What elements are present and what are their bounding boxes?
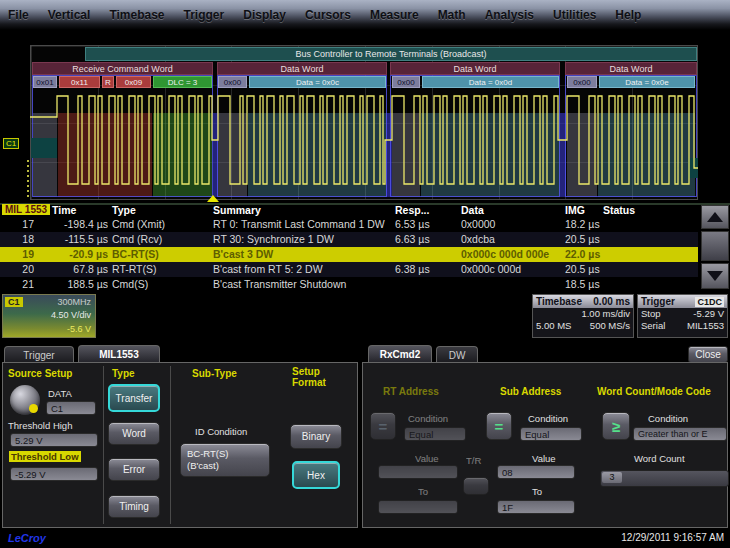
threshold-high-field[interactable]: 5.29 V (10, 433, 98, 447)
down-arrow-icon (707, 271, 723, 281)
col-header-img: IMG (565, 204, 585, 216)
word-bar-command: Receive Command Word (32, 62, 213, 75)
table-row-selected[interactable]: 19 -20.9 µs BC-RT(S) B'cast 3 DW 0x000c … (0, 247, 698, 262)
setup-format-title: Setup Format (292, 366, 340, 388)
scrollbar-thumb[interactable] (701, 231, 729, 261)
wc-condition-field[interactable]: Greater than or E (633, 427, 727, 441)
type-timing-button[interactable]: Timing (108, 495, 160, 518)
format-hex-button[interactable]: Hex (292, 461, 340, 489)
sub-value-label: Value (532, 453, 556, 464)
menu-item-measure[interactable]: Measure (370, 8, 419, 22)
source-knob-icon[interactable] (10, 385, 40, 415)
slider-thumb[interactable]: 3 (602, 472, 622, 483)
col-header-resp: Resp... (395, 204, 429, 216)
threshold-low-field[interactable]: -5.29 V (10, 467, 98, 481)
format-binary-button[interactable]: Binary (290, 424, 342, 449)
sub-address-title: Sub Address (500, 386, 561, 397)
row-img: 20.5 µs (565, 263, 610, 275)
word-count-title: Word Count/Mode Code (597, 386, 711, 397)
sub-condition-label: Condition (528, 413, 568, 424)
rt-value-field[interactable] (378, 465, 458, 479)
menu-item-trigger[interactable]: Trigger (184, 8, 225, 22)
menu-item-analysis[interactable]: Analysis (485, 8, 534, 22)
type-word-button[interactable]: Word (108, 422, 160, 445)
rt-to-field[interactable] (378, 500, 458, 514)
wc-condition-label: Condition (648, 413, 688, 424)
tab-dw[interactable]: DW (436, 346, 478, 363)
menu-item-cursors[interactable]: Cursors (305, 8, 351, 22)
protocol-badge: MIL 1553 (2, 204, 50, 215)
row-time: -198.4 µs (36, 218, 108, 230)
row-summary: B'cast Transmitter Shutdown (213, 278, 393, 290)
channel-marker-c1: C1 (3, 138, 19, 149)
menu-item-timebase[interactable]: Timebase (109, 8, 164, 22)
menu-item-file[interactable]: File (8, 8, 29, 22)
menu-item-utilities[interactable]: Utilities (553, 8, 596, 22)
menu-item-math[interactable]: Math (438, 8, 466, 22)
tab-trigger[interactable]: Trigger (4, 346, 74, 363)
col-header-type: Type (112, 204, 136, 216)
word-bar-data2: Data Word (390, 62, 560, 75)
timebase-title: Timebase (536, 296, 582, 307)
tab-label: DW (449, 350, 466, 361)
menu-item-display[interactable]: Display (243, 8, 286, 22)
datetime-display: 12/29/2011 9:16:57 AM (621, 532, 724, 543)
table-row[interactable]: 17 -198.4 µs Cmd (Xmit) RT 0: Transmit L… (0, 217, 698, 232)
panel-divider (103, 366, 104, 524)
rt-equal-operator-button[interactable]: = (370, 412, 396, 440)
scroll-down-button[interactable] (701, 263, 729, 289)
menu-bar: File Vertical Timebase Trigger Display C… (0, 0, 730, 30)
row-time: -20.9 µs (36, 248, 108, 260)
menu-item-help[interactable]: Help (615, 8, 641, 22)
row-resp: 6.53 µs (395, 218, 457, 230)
sub-value-field[interactable]: 08 (497, 465, 575, 479)
button-label: Hex (307, 470, 325, 481)
tab-label: MIL1553 (99, 349, 138, 360)
tr-button[interactable] (463, 477, 489, 495)
oscilloscope-screen: File Vertical Timebase Trigger Display C… (0, 0, 730, 548)
timebase-descriptor[interactable]: Timebase 0.00 ms 1.00 ms/div 5.00 MS 500… (532, 294, 634, 338)
type-error-button[interactable]: Error (108, 458, 160, 481)
trigger-descriptor[interactable]: Trigger C1DC Stop -5.29 V Serial MIL1553 (637, 294, 728, 338)
table-row[interactable]: 21 188.5 µs Cmd(S) B'cast Transmitter Sh… (0, 277, 698, 292)
trigger-level-dashes (27, 160, 29, 198)
id-condition-button[interactable]: BC-RT(S) (B'cast) (180, 443, 270, 477)
menu-item-vertical[interactable]: Vertical (48, 8, 91, 22)
row-summary: RT 30: Synchronize 1 DW (213, 233, 393, 245)
sub-condition-field[interactable]: Equal (520, 427, 582, 441)
sub-equal-operator-button[interactable]: = (486, 412, 512, 440)
id-condition-line2: (B'cast) (187, 460, 219, 472)
threshold-low-value: -5.29 V (15, 469, 46, 480)
equal-icon: = (495, 418, 504, 435)
table-row[interactable]: 20 67.8 µs RT-RT(S) B'cast from RT 5: 2 … (0, 262, 698, 277)
tr-label: T/R (466, 455, 481, 466)
channel-descriptor-c1[interactable]: C1 300MHz 4.50 V/div -5.6 V (2, 294, 96, 338)
type-transfer-button[interactable]: Transfer (108, 384, 160, 412)
tab-rxcmd2[interactable]: RxCmd2 (368, 345, 432, 363)
row-data: 0x000c 000d 000e (461, 248, 561, 260)
tab-mil1553[interactable]: MIL1553 (78, 345, 160, 363)
rt-condition-label: Condition (408, 413, 448, 424)
button-label: Binary (302, 431, 330, 442)
subtype-title: Sub-Type (192, 368, 237, 379)
row-summary: B'cast from RT 5: 2 DW (213, 263, 393, 275)
col-header-data: Data (461, 204, 484, 216)
rt-condition-field[interactable]: Equal (404, 427, 466, 441)
sub-to-field[interactable]: 1F (497, 500, 575, 514)
table-row[interactable]: 18 -115.5 µs Cmd (Rcv) RT 30: Synchroniz… (0, 232, 698, 247)
row-time: -115.5 µs (36, 233, 108, 245)
word-count-slider[interactable]: 3 (600, 470, 729, 487)
gte-operator-button[interactable]: ≥ (602, 412, 630, 440)
button-label: Word (122, 428, 146, 439)
trigger-level: -5.29 V (693, 308, 724, 320)
source-channel-field[interactable]: C1 (46, 401, 96, 415)
row-num: 18 (6, 233, 34, 245)
close-label: Close (695, 349, 721, 360)
id-condition-label: ID Condition (195, 426, 247, 437)
close-button[interactable]: Close (688, 346, 728, 363)
trigger-title: Trigger (641, 296, 675, 307)
rt-condition-value: Equal (409, 429, 433, 440)
row-summary: B'cast 3 DW (213, 248, 393, 260)
scroll-up-button[interactable] (701, 205, 729, 229)
trigger-kind: Serial (641, 320, 665, 332)
